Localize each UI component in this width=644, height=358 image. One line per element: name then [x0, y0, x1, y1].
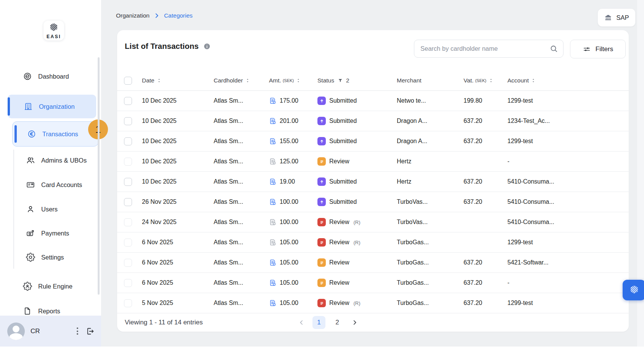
- merchant-cell: Netwo te...: [397, 97, 464, 104]
- sort-icon[interactable]: [488, 78, 494, 83]
- row-checkbox[interactable]: [124, 259, 132, 267]
- table-row[interactable]: 24 Nov 2025Atlas Sm...100.00Review(R)Tur…: [117, 212, 629, 232]
- breadcrumb-categories[interactable]: Categories: [164, 12, 193, 19]
- status-cell: Review: [317, 258, 397, 267]
- receipt-icon: [269, 158, 277, 165]
- sidebar-item-payments[interactable]: Payments: [0, 225, 99, 242]
- amount-value: 105.00: [280, 239, 298, 246]
- sap-button-label: SAP: [616, 14, 629, 21]
- amount-value: 19.00: [280, 178, 295, 185]
- status-label: Review: [329, 279, 349, 286]
- status-label: Submitted: [329, 97, 357, 104]
- sidebar-item-rule-engine[interactable]: Rule Engine: [0, 278, 99, 295]
- filters-button-label: Filters: [596, 45, 613, 53]
- table-row[interactable]: 10 Dec 2025Atlas Sm...155.00SubmittedDra…: [117, 131, 629, 152]
- pagination-page-1[interactable]: 1: [312, 316, 325, 329]
- vat-cell: 637.20: [464, 300, 507, 306]
- user-icon: [26, 205, 35, 214]
- table-row[interactable]: 6 Nov 2025Atlas Sm...105.00Review(R)Turb…: [117, 232, 629, 253]
- column-header-merchant: Merchant: [397, 77, 464, 84]
- breadcrumb: Organization Categories: [116, 12, 193, 19]
- row-checkbox[interactable]: [124, 97, 132, 105]
- sort-icon[interactable]: [245, 78, 250, 83]
- sort-icon[interactable]: [156, 78, 162, 83]
- cardholder-cell: Atlas Sm...: [214, 279, 269, 286]
- status-cell: Review(R): [317, 218, 397, 226]
- table-row[interactable]: 26 Nov 2025Atlas Sm...100.00SubmittedTur…: [117, 192, 629, 212]
- pagination-next-icon[interactable]: [349, 317, 361, 328]
- status-review-rejected-icon: [317, 299, 326, 307]
- row-checkbox[interactable]: [124, 178, 132, 186]
- cardholder-cell: Atlas Sm...: [214, 118, 269, 124]
- row-checkbox[interactable]: [124, 137, 132, 145]
- sidebar-item-label: Users: [41, 206, 58, 213]
- filters-button[interactable]: Filters: [570, 40, 626, 58]
- table-row[interactable]: 10 Dec 2025Atlas Sm...175.00SubmittedNet…: [117, 91, 629, 111]
- select-all-checkbox[interactable]: [124, 77, 132, 85]
- table-row[interactable]: 6 Nov 2025Atlas Sm...105.00ReviewTurboGa…: [117, 253, 629, 273]
- column-header-date[interactable]: Date: [142, 77, 214, 84]
- column-header-amt[interactable]: Amt.(SEK): [269, 77, 317, 84]
- sidebar-item-admins-ubos[interactable]: Admins & UBOs: [0, 152, 99, 169]
- user-footer: CR: [0, 316, 101, 347]
- search-input[interactable]: [414, 40, 564, 58]
- easi-floating-button[interactable]: [623, 280, 644, 300]
- logout-icon[interactable]: [84, 326, 97, 337]
- pagination-page-2[interactable]: 2: [331, 316, 344, 329]
- sidebar-item-organization[interactable]: Organization: [8, 95, 96, 118]
- column-unit: (SEK): [475, 78, 486, 83]
- account-cell: -: [507, 158, 629, 165]
- column-header-cardholder[interactable]: Cardholder: [214, 77, 269, 84]
- search-icon[interactable]: [549, 44, 558, 53]
- sap-button[interactable]: SAP: [597, 8, 636, 27]
- sidebar-item-dashboard[interactable]: Dashboard: [0, 68, 99, 85]
- cardholder-cell: Atlas Sm...: [214, 97, 269, 104]
- table-row[interactable]: 6 Nov 2025Atlas Sm...105.00ReviewTurboGa…: [117, 273, 629, 293]
- info-icon[interactable]: [203, 43, 211, 50]
- status-cell: Review: [317, 279, 397, 287]
- merchant-cell: TurboGas...: [397, 239, 464, 246]
- status-submitted-icon: [317, 177, 326, 186]
- easi-hexagon-icon: [49, 22, 59, 34]
- sort-icon[interactable]: [531, 78, 536, 83]
- user-menu-kebab-icon[interactable]: [74, 326, 81, 336]
- account-cell: 5410-Consuma...: [507, 219, 629, 226]
- column-header-vat[interactable]: Vat.(SEK): [464, 77, 507, 84]
- table-row[interactable]: 10 Dec 2025Atlas Sm...125.00ReviewHertz-: [117, 152, 629, 172]
- merchant-cell: Dragon A...: [397, 118, 464, 124]
- row-checkbox[interactable]: [124, 117, 132, 125]
- sidebar-item-settings[interactable]: Settings: [0, 249, 99, 266]
- amount-value: 201.00: [280, 118, 298, 124]
- pagination-prev-icon[interactable]: [296, 317, 307, 328]
- status-review-rejected-icon: [317, 238, 326, 247]
- sidebar-scrollbar[interactable]: [98, 57, 100, 295]
- sidebar-item-label: Card Accounts: [41, 181, 82, 189]
- sidebar-item-transactions[interactable]: Transactions1: [12, 121, 98, 147]
- table-row[interactable]: 10 Dec 2025Atlas Sm...201.00SubmittedDra…: [117, 111, 629, 131]
- table-header-row: DateCardholderAmt.(SEK)Status2MerchantVa…: [117, 71, 629, 91]
- row-checkbox[interactable]: [124, 158, 132, 166]
- table-row[interactable]: 5 Nov 2025Atlas Sm...105.00Review(R)Turb…: [117, 293, 629, 313]
- column-label: Account: [507, 77, 529, 84]
- status-submitted-icon: [317, 117, 326, 125]
- row-checkbox[interactable]: [124, 198, 132, 206]
- row-checkbox[interactable]: [124, 299, 132, 307]
- sort-icon[interactable]: [296, 78, 301, 83]
- table-row[interactable]: 10 Dec 2025Atlas Sm...19.00SubmittedHert…: [117, 172, 629, 192]
- breadcrumb-organization[interactable]: Organization: [116, 12, 150, 19]
- column-header-status[interactable]: Status2: [317, 77, 397, 84]
- column-header-account[interactable]: Account: [507, 77, 629, 84]
- status-submitted-icon: [317, 198, 326, 206]
- row-checkbox[interactable]: [124, 218, 132, 226]
- sidebar-item-label: Dashboard: [38, 73, 69, 80]
- date-cell: 24 Nov 2025: [142, 219, 214, 226]
- row-checkbox[interactable]: [124, 279, 132, 287]
- amount-cell: 105.00: [269, 299, 317, 307]
- filter-funnel-icon[interactable]: [338, 78, 343, 83]
- row-checkbox[interactable]: [124, 239, 132, 247]
- status-label: Review: [329, 239, 349, 246]
- sidebar-item-users[interactable]: Users: [0, 201, 99, 218]
- sidebar-item-card-accounts[interactable]: Card Accounts: [0, 176, 99, 193]
- sidebar-item-label: Transactions: [42, 131, 78, 138]
- amount-cell: 105.00: [269, 239, 317, 246]
